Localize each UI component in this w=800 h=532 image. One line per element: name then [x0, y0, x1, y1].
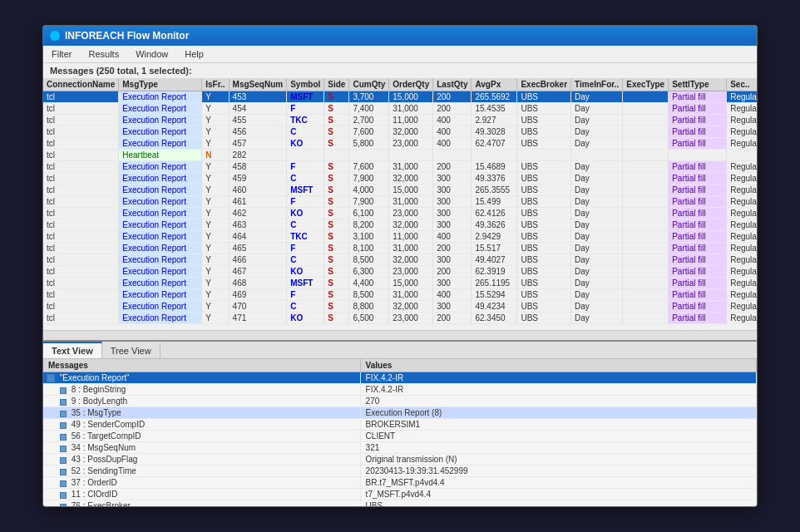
cell-avgpx: 265.5692 [472, 91, 517, 103]
cell-side: S [324, 138, 349, 150]
table-row[interactable]: tcl Execution Report Y 459 C S 7,900 32,… [43, 173, 757, 185]
table-row[interactable]: tcl Execution Report Y 471 KO S 6,500 23… [43, 313, 757, 324]
detail-row[interactable]: 8 : BeginString FIX.4.2-IR [43, 384, 757, 396]
detail-row[interactable]: 76 : ExecBroker UBS [43, 500, 757, 506]
cell-sec: Regular [727, 219, 757, 231]
cell-cumqty: 3,100 [349, 231, 389, 243]
table-row[interactable]: tcl Execution Report Y 470 C S 8,800 32,… [43, 301, 757, 313]
detail-row[interactable]: 56 : TargetCompID CLIENT [43, 431, 757, 442]
table-row[interactable]: tcl Execution Report Y 453 MSFT S 3,700 … [43, 91, 757, 103]
col-symbol[interactable]: Symbol [287, 78, 324, 91]
table-row[interactable]: tcl Execution Report Y 456 C S 7,600 32,… [43, 126, 757, 138]
cell-cumqty: 7,900 [349, 173, 389, 185]
table-row[interactable]: tcl Heartbeat N 282 [43, 150, 757, 161]
col-avg-px[interactable]: AvgPx [472, 78, 517, 91]
cell-settltype: Partial fill [669, 138, 727, 150]
doc-icon [60, 457, 67, 464]
col-last-qty[interactable]: LastQty [433, 78, 472, 91]
col-isfr[interactable]: IsFr.. [202, 78, 229, 91]
cell-avgpx [472, 150, 517, 161]
detail-row[interactable]: 43 : PossDupFlag Original transmission (… [43, 454, 757, 466]
detail-row[interactable]: 9 : BodyLength 270 [43, 396, 757, 407]
col-order-qty[interactable]: OrderQty [389, 78, 433, 91]
horizontal-scrollbar[interactable] [43, 330, 757, 340]
cell-sec: Regular [727, 173, 757, 185]
detail-row[interactable]: "Execution Report" FIX.4.2-IR [43, 372, 757, 384]
col-time-in-for[interactable]: TimeInFor.. [571, 78, 623, 91]
cell-cumqty: 7,600 [349, 161, 389, 173]
menu-help[interactable]: Help [181, 47, 207, 61]
cell-sec [727, 150, 757, 161]
cell-cumqty: 6,300 [349, 266, 389, 278]
detail-row[interactable]: 34 : MsgSeqNum 321 [43, 442, 757, 454]
cell-avgpx: 49.3626 [472, 219, 517, 231]
col-side[interactable]: Side [324, 78, 349, 91]
menu-window[interactable]: Window [132, 47, 171, 61]
cell-msgtype: Execution Report [119, 219, 202, 231]
col-msg-type[interactable]: MsgType [119, 78, 202, 91]
cell-msgseqnum: 463 [229, 219, 287, 231]
menu-results[interactable]: Results [85, 47, 122, 61]
cell-isfr: Y [202, 313, 229, 324]
cell-msgseqnum: 454 [229, 103, 287, 115]
doc-icon [60, 387, 67, 394]
col-settl-type[interactable]: SettlType [669, 78, 727, 91]
cell-avgpx: 49.3376 [472, 173, 517, 185]
cell-timeinfor: Day [571, 289, 623, 301]
detail-row[interactable]: 11 : ClOrdID t7_MSFT.p4vd4.4 [43, 489, 757, 500]
col-connection-name[interactable]: ConnectionName [43, 78, 119, 91]
cell-side: S [324, 208, 349, 219]
table-row[interactable]: tcl Execution Report Y 467 KO S 6,300 23… [43, 266, 757, 278]
col-exec-type[interactable]: ExecType [623, 78, 669, 91]
cell-execbroker: UBS [517, 219, 571, 231]
cell-timeinfor: Day [571, 254, 623, 266]
cell-sec: Regular [727, 313, 757, 324]
cell-settltype [669, 150, 727, 161]
table-row[interactable]: tcl Execution Report Y 460 MSFT S 4,000 … [43, 185, 757, 196]
cell-avgpx: 62.3919 [472, 266, 517, 278]
table-row[interactable]: tcl Execution Report Y 465 F S 8,100 31,… [43, 243, 757, 254]
cell-orderqty: 15,000 [389, 91, 433, 103]
table-row[interactable]: tcl Execution Report Y 454 F S 7,400 31,… [43, 103, 757, 115]
cell-msgtype: Execution Report [119, 161, 202, 173]
table-row[interactable]: tcl Execution Report Y 455 TKC S 2,700 1… [43, 115, 757, 126]
col-msg-seq-num[interactable]: MsgSeqNum [229, 78, 287, 91]
cell-settltype: Partial fill [669, 126, 727, 138]
cell-exectype [623, 173, 669, 185]
cell-msgtype: Execution Report [119, 173, 202, 185]
col-messages[interactable]: Messages [43, 359, 360, 372]
detail-row[interactable]: 37 : OrderID BR.t7_MSFT.p4vd4.4 [43, 477, 757, 489]
detail-row[interactable]: 52 : SendingTime 20230413-19:39:31.45299… [43, 466, 757, 477]
cell-avgpx: 49.3028 [472, 126, 517, 138]
table-row[interactable]: tcl Execution Report Y 469 F S 8,500 31,… [43, 289, 757, 301]
detail-row[interactable]: 49 : SenderCompID BROKERSIM1 [43, 419, 757, 431]
table-row[interactable]: tcl Execution Report Y 457 KO S 5,800 23… [43, 138, 757, 150]
table-row[interactable]: tcl Execution Report Y 461 F S 7,900 31,… [43, 196, 757, 208]
menu-filter[interactable]: Filter [48, 47, 75, 61]
messages-table-container[interactable]: ConnectionName MsgType IsFr.. MsgSeqNum … [43, 78, 757, 330]
table-row[interactable]: tcl Execution Report Y 464 TKC S 3,100 1… [43, 231, 757, 243]
cell-execbroker: UBS [517, 126, 571, 138]
table-row[interactable]: tcl Execution Report Y 468 MSFT S 4,400 … [43, 278, 757, 289]
cell-msgseqnum: 460 [229, 185, 287, 196]
table-row[interactable]: tcl Execution Report Y 462 KO S 6,100 23… [43, 208, 757, 219]
detail-row[interactable]: 35 : MsgType Execution Report (8) [43, 407, 757, 419]
tab-text-view[interactable]: Text View [43, 342, 102, 358]
table-row[interactable]: tcl Execution Report Y 466 C S 8,500 32,… [43, 254, 757, 266]
cell-orderqty: 11,000 [389, 231, 433, 243]
tab-tree-view[interactable]: Tree View [102, 342, 160, 358]
detail-header-row: Messages Values [43, 359, 757, 372]
col-cum-qty[interactable]: CumQty [349, 78, 389, 91]
cell-execbroker: UBS [517, 103, 571, 115]
col-exec-broker[interactable]: ExecBroker [517, 78, 571, 91]
cell-settltype: Partial fill [669, 91, 727, 103]
cell-msgtype: Execution Report [119, 301, 202, 313]
col-values[interactable]: Values [360, 359, 756, 372]
table-row[interactable]: tcl Execution Report Y 458 F S 7,600 31,… [43, 161, 757, 173]
table-row[interactable]: tcl Execution Report Y 463 C S 8,200 32,… [43, 219, 757, 231]
col-sec[interactable]: Sec.. [727, 78, 757, 91]
cell-conn: tcl [43, 254, 119, 266]
cell-settltype: Partial fill [669, 289, 727, 301]
detail-table-container[interactable]: Messages Values "Execution Report" FIX.4… [43, 359, 757, 506]
cell-sec: Regular [727, 185, 757, 196]
